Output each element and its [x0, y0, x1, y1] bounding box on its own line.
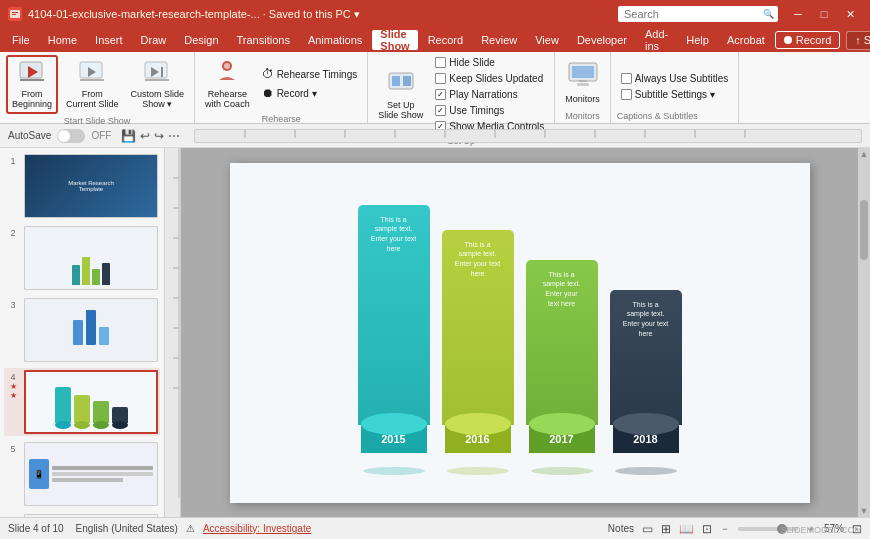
ribbon-btn-rehearse-coach[interactable]: Rehearsewith Coach	[201, 55, 254, 112]
text-2016: This is asample text.Enter your texthere	[451, 240, 505, 279]
use-timings-checkbox[interactable]	[435, 105, 446, 116]
more-icon[interactable]: ⋯	[168, 129, 180, 143]
menu-file[interactable]: File	[4, 30, 38, 50]
redo-icon[interactable]: ↪	[154, 129, 164, 143]
from-beginning-label: FromBeginning	[12, 89, 52, 109]
hide-slide-checkbox[interactable]	[435, 57, 446, 68]
slide-thumb-4[interactable]: 4 ★ ★	[4, 368, 160, 436]
slide-thumb-2[interactable]: 2	[4, 224, 160, 292]
text-2017: This is asample text.Enter yourtext here	[539, 270, 585, 309]
accessibility-label[interactable]: Accessibility: Investigate	[203, 523, 311, 534]
ribbon-btn-setup-slideshow[interactable]: Set UpSlide Show	[374, 66, 427, 123]
slide-number-2: 2	[6, 228, 20, 238]
scroll-up-button[interactable]: ▲	[858, 148, 870, 160]
share-button[interactable]: ↑ Share ▾	[846, 31, 870, 50]
notes-button[interactable]: Notes	[608, 523, 634, 534]
always-subtitles-label: Always Use Subtitles	[635, 73, 728, 84]
ribbon-btn-custom-slideshow[interactable]: Custom SlideShow ▾	[127, 57, 189, 112]
ribbon-group-setup: Set UpSlide Show Hide Slide Keep Slides …	[368, 52, 555, 123]
cylinder-2015: 2015	[358, 425, 430, 465]
shadow-2016	[447, 467, 509, 475]
menu-insert[interactable]: Insert	[87, 30, 131, 50]
normal-view-icon[interactable]: ▭	[642, 522, 653, 536]
menu-help[interactable]: Help	[678, 30, 717, 50]
ribbon-2015: This is asample text.Enter your texthere	[358, 205, 430, 425]
share-icon: ↑	[855, 34, 861, 46]
menu-slideshow[interactable]: Slide Show	[372, 30, 417, 50]
text-2015: This is asample text.Enter your texthere	[367, 215, 421, 254]
from-beginning-icon	[18, 60, 46, 88]
menu-record[interactable]: Record	[420, 30, 471, 50]
subtitle-settings-checkbox[interactable]	[621, 89, 632, 100]
autosave-icons: 💾 ↩ ↪ ⋯	[121, 129, 180, 143]
minimize-button[interactable]: ─	[786, 5, 810, 23]
slideshow-view-icon[interactable]: ⊡	[702, 522, 712, 536]
ribbon-btn-rehearse-timings[interactable]: ⏱ Rehearse Timings	[258, 65, 362, 83]
ribbon-btn-from-current[interactable]: FromCurrent Slide	[62, 57, 123, 112]
menu-home[interactable]: Home	[40, 30, 85, 50]
vertical-scrollbar[interactable]: ▲ ▼	[858, 148, 870, 517]
ribbon-subtitle-settings[interactable]: Subtitle Settings ▾	[617, 87, 732, 102]
undo-icon[interactable]: ↩	[140, 129, 150, 143]
autosave-toggle[interactable]	[57, 129, 85, 143]
slide-star-4: ★	[10, 382, 17, 391]
search-input[interactable]	[618, 6, 778, 22]
ribbon-use-timings[interactable]: Use Timings	[431, 103, 548, 118]
keep-updated-checkbox[interactable]	[435, 73, 446, 84]
text-2018: This is asample text.Enter your texthere	[619, 300, 673, 339]
vertical-ruler	[165, 148, 181, 517]
hide-slide-label: Hide Slide	[449, 57, 495, 68]
menu-developer[interactable]: Developer	[569, 30, 635, 50]
save-icon[interactable]: 💾	[121, 129, 136, 143]
play-narrations-checkbox[interactable]	[435, 89, 446, 100]
slide-image-4	[24, 370, 158, 434]
reading-view-icon[interactable]: 📖	[679, 522, 694, 536]
slide-thumb-1[interactable]: 1 Market ResearchTemplate	[4, 152, 160, 220]
menu-design[interactable]: Design	[176, 30, 226, 50]
ribbon-always-subtitles[interactable]: Always Use Subtitles	[617, 71, 732, 86]
menu-review[interactable]: Review	[473, 30, 525, 50]
ribbon-hide-slide[interactable]: Hide Slide	[431, 55, 548, 70]
ribbon-2017: This is asample text.Enter yourtext here	[526, 260, 598, 425]
maximize-button[interactable]: □	[812, 5, 836, 23]
watermark-text: SLIDEMODEL.COM	[780, 525, 862, 535]
record-menu-button[interactable]: Record	[775, 31, 840, 49]
cylinder-2016: 2016	[442, 425, 514, 465]
captions-top: Always Use Subtitles Subtitle Settings ▾	[617, 55, 732, 109]
slide-image-3	[24, 298, 158, 362]
menu-acrobat[interactable]: Acrobat	[719, 30, 773, 50]
column-2015: This is asample text.Enter your texthere…	[358, 205, 430, 475]
scroll-thumb[interactable]	[860, 200, 868, 260]
slide-thumb-3[interactable]: 3	[4, 296, 160, 364]
ribbon-group-label-captions: Captions & Subtitles	[617, 111, 698, 121]
ruler	[194, 129, 862, 143]
slide-sorter-icon[interactable]: ⊞	[661, 522, 671, 536]
menu-view[interactable]: View	[527, 30, 567, 50]
record-icon: ⏺	[262, 86, 274, 100]
close-button[interactable]: ✕	[838, 5, 862, 23]
ribbon-btn-record[interactable]: ⏺ Record ▾	[258, 84, 362, 102]
ribbon-btn-from-beginning[interactable]: FromBeginning	[6, 55, 58, 114]
ribbon-keep-updated[interactable]: Keep Slides Updated	[431, 71, 548, 86]
cylinder-2018: 2018	[610, 425, 682, 465]
menu-draw[interactable]: Draw	[133, 30, 175, 50]
menu-addins[interactable]: Add-ins	[637, 30, 676, 50]
slide-thumb-5[interactable]: 5 📱	[4, 440, 160, 508]
ribbon-btn-monitors[interactable]: Monitors	[561, 58, 604, 107]
slide-thumb-6[interactable]: 6	[4, 512, 160, 517]
cylinder-2017: 2017	[526, 425, 598, 465]
always-subtitles-checkbox[interactable]	[621, 73, 632, 84]
rehearse-top: Rehearsewith Coach ⏱ Rehearse Timings ⏺ …	[201, 55, 361, 112]
search-wrap	[618, 6, 778, 22]
slide-number-4: 4 ★ ★	[6, 372, 20, 400]
menu-transitions[interactable]: Transitions	[229, 30, 298, 50]
menu-animations[interactable]: Animations	[300, 30, 370, 50]
slide-image-1: Market ResearchTemplate	[24, 154, 158, 218]
ribbon-2018: This is asample text.Enter your texthere	[610, 290, 682, 425]
scroll-down-button[interactable]: ▼	[858, 505, 870, 517]
ribbon-group-captions: Always Use Subtitles Subtitle Settings ▾…	[611, 52, 739, 123]
slide-canvas[interactable]: This is asample text.Enter your texthere…	[230, 163, 810, 503]
svg-rect-17	[403, 76, 411, 86]
ribbon-play-narrations[interactable]: Play Narrations	[431, 87, 548, 102]
zoom-out-button[interactable]: －	[720, 522, 730, 536]
